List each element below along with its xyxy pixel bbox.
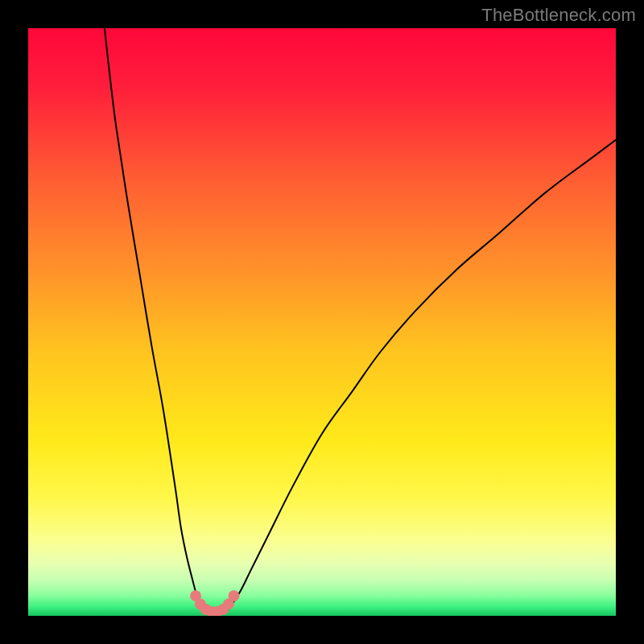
right-curve [228, 140, 616, 610]
plot-area [28, 28, 616, 616]
chart-curves [28, 28, 616, 616]
attribution-label: TheBottleneck.com [481, 5, 636, 26]
valley-dot [229, 590, 240, 601]
left-curve [105, 28, 201, 610]
valley-dots [190, 590, 239, 616]
chart-stage: TheBottleneck.com [0, 0, 644, 644]
